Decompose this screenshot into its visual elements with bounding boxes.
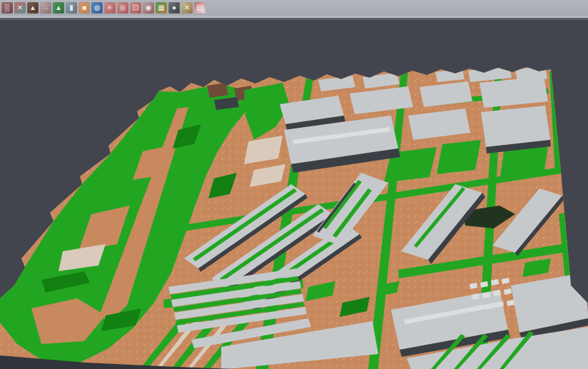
brown-mound-icon[interactable]: ▲ [27, 2, 39, 14]
dark-sphere-icon[interactable]: ● [168, 2, 180, 14]
selection-frame-icon[interactable]: ⊡ [130, 2, 141, 14]
main-toolbar: ▒✕▲∴▲▮■◍≡◎⊡◉▦●✕▤ [0, 0, 588, 16]
red-ring-icon[interactable]: ◎ [117, 2, 128, 14]
classification-map-icon[interactable]: ▦ [156, 2, 167, 14]
red-panel-icon[interactable]: ▤ [194, 2, 206, 14]
flag-x-icon[interactable]: ✕ [181, 2, 193, 14]
point-cloud-red-icon[interactable]: ▒ [1, 2, 13, 14]
veg-region [437, 140, 481, 174]
target-icon[interactable]: ◉ [143, 2, 154, 14]
roof-region [481, 106, 550, 147]
green-terrain-icon[interactable]: ▲ [53, 2, 64, 14]
column-icon[interactable]: ▮ [66, 2, 77, 14]
toolbar-divider-dark [0, 18, 588, 20]
globe-icon[interactable]: ◍ [91, 2, 103, 14]
red-list-icon[interactable]: ≡ [104, 2, 116, 14]
scatter-points-icon[interactable]: ∴ [40, 2, 51, 14]
application-window: ▒✕▲∴▲▮■◍≡◎⊡◉▦●✕▤ [0, 0, 588, 369]
point-cloud-viewport[interactable] [0, 0, 588, 369]
orange-square-icon[interactable]: ■ [78, 2, 90, 14]
scissors-icon[interactable]: ✕ [14, 2, 26, 14]
